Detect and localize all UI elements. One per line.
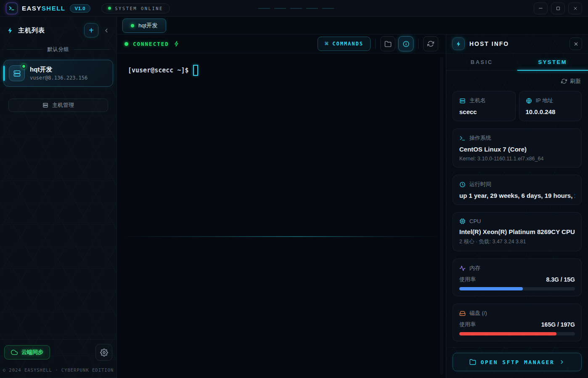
globe-icon: [526, 98, 532, 104]
terminal-scrollbar[interactable]: [440, 57, 443, 375]
terminal-logo-icon: [8, 5, 15, 12]
commands-label: COMMANDS: [332, 41, 363, 47]
brand-title: EASYSHELL: [22, 5, 66, 12]
cloud-sync-label: 云端同步: [21, 349, 43, 356]
collapse-sidebar-button[interactable]: [103, 27, 110, 34]
hard-drive-icon: [459, 310, 466, 317]
info-icon: [403, 40, 410, 48]
terminal-scanline-decor: [117, 236, 446, 237]
tab-status-dot: [131, 24, 134, 27]
sftp-files-button[interactable]: [380, 36, 395, 51]
hostname-card: 主机名 scecc: [453, 91, 516, 121]
host-info-button[interactable]: [398, 36, 413, 51]
connection-status: CONNECTED: [124, 41, 180, 47]
titlebar-decor-dashes: [258, 8, 334, 9]
kernel-value: Kernel: 3.10.0-1160.11.1.el7.x86_64: [459, 156, 575, 162]
server-icon: [459, 98, 466, 104]
host-info-title: HOST INFO: [469, 40, 509, 47]
tab-basic[interactable]: BASIC: [446, 53, 517, 70]
host-info-header: HOST INFO: [446, 35, 588, 53]
uptime-label: 运行时间: [469, 181, 491, 188]
online-status-label: SYSTEM ONLINE: [115, 6, 163, 11]
group-divider: 默认分组: [7, 46, 110, 53]
terminal-tab[interactable]: hqt开发: [122, 19, 166, 33]
titlebar: EASYSHELL V1.0 SYSTEM ONLINE: [0, 0, 588, 17]
toolbar-separator: [375, 39, 376, 49]
memory-label: 内存: [469, 264, 480, 272]
chevron-right-icon: [559, 359, 565, 365]
terminal-cursor: [193, 65, 198, 76]
os-card: 操作系统 CentOS Linux 7 (Core) Kernel: 3.10.…: [453, 128, 582, 168]
cloud-icon: [11, 349, 18, 356]
terminal[interactable]: [vuser@scecc ~]$: [117, 53, 446, 378]
host-list-title: 主机列表: [18, 27, 45, 35]
tab-label: hqt开发: [138, 22, 158, 29]
host-account: vuser@8.136.223.156: [30, 75, 87, 81]
tab-system[interactable]: SYSTEM: [517, 53, 588, 70]
host-item-text: hqt开发 vuser@8.136.223.156: [30, 66, 87, 81]
ip-card: IP 地址 10.0.0.248: [519, 91, 582, 121]
host-server-icon: [9, 65, 25, 81]
host-list-item[interactable]: hqt开发 vuser@8.136.223.156: [3, 60, 113, 87]
gear-icon: [100, 349, 108, 357]
sidebar-bottom-bar: 云端同步: [0, 339, 117, 361]
connected-dot: [124, 42, 128, 46]
close-icon: [573, 6, 578, 11]
toolbar-separator: [418, 39, 418, 49]
memory-usage-label: 使用率: [459, 276, 476, 283]
os-label: 操作系统: [469, 134, 491, 142]
disk-label: 磁盘 (/): [469, 309, 487, 317]
host-info-footer: OPEN SFTP MANAGER: [446, 347, 588, 378]
online-status-dot: [108, 7, 111, 10]
hostname-value: scecc: [459, 108, 509, 115]
host-name: hqt开发: [30, 66, 87, 74]
reconnect-button[interactable]: [423, 36, 438, 51]
add-host-button[interactable]: +: [84, 23, 98, 37]
terminal-prompt-line: [vuser@scecc ~]$: [117, 53, 446, 76]
window-controls: [534, 3, 582, 14]
version-badge: V1.0: [70, 4, 91, 13]
bolt-icon: [7, 27, 14, 34]
copyright: © 2024 EASYSHELL · CYBERPUNK EDITION: [0, 361, 117, 378]
memory-card: 内存 使用率 8.3G / 15G: [453, 258, 582, 296]
settings-button[interactable]: [95, 344, 112, 361]
refresh-icon: [427, 40, 434, 47]
tab-strip: hqt开发: [117, 17, 588, 35]
host-manage-button[interactable]: 主机管理: [8, 98, 108, 112]
terminal-statusbar: CONNECTED ⌘ COMMANDS: [117, 35, 446, 53]
cpu-card: CPU Intel(R) Xeon(R) Platinum 8269CY CPU…: [453, 212, 582, 251]
open-sftp-button[interactable]: OPEN SFTP MANAGER: [453, 353, 582, 371]
window-maximize-button[interactable]: [551, 3, 565, 14]
cloud-sync-button[interactable]: 云端同步: [4, 345, 50, 359]
bolt-icon: [174, 41, 180, 47]
refresh-icon: [561, 78, 567, 84]
hostname-label: 主机名: [469, 97, 486, 104]
disk-card: 磁盘 (/) 使用率 165G / 197G: [453, 303, 582, 341]
disk-usage-value: 165G / 197G: [541, 321, 575, 328]
memory-progress-track: [459, 287, 575, 290]
minimize-icon: [538, 5, 543, 11]
disk-progress-fill: [459, 332, 556, 335]
plus-icon: +: [89, 26, 94, 35]
os-value: CentOS Linux 7 (Core): [459, 146, 575, 153]
clock-icon: [459, 181, 466, 188]
refresh-link[interactable]: 刷新: [561, 77, 581, 85]
commands-button[interactable]: ⌘ COMMANDS: [318, 37, 371, 51]
folder-icon: [384, 40, 392, 48]
window-close-button[interactable]: [568, 3, 582, 14]
host-list-sidebar: 主机列表 + 默认分组 hqt开发 vuser@8.136.223.156: [0, 17, 117, 378]
chevron-left-icon: [103, 27, 110, 34]
close-icon: [573, 41, 579, 47]
host-info-tabs: BASIC SYSTEM: [446, 53, 588, 71]
close-panel-button[interactable]: [569, 37, 582, 50]
window-minimize-button[interactable]: [534, 3, 548, 14]
cpu-icon: [459, 218, 466, 224]
cpu-detail: 2 核心 · 负载: 3.47 3.24 3.81: [459, 238, 575, 245]
disk-usage-label: 使用率: [459, 321, 476, 328]
activity-icon: [459, 265, 466, 272]
uptime-value: up 1 year, 29 weeks, 6 days, 19 hours, 1…: [459, 192, 575, 199]
sidebar-header: 主机列表 +: [0, 17, 117, 43]
cpu-value: Intel(R) Xeon(R) Platinum 8269CY CPU ...: [459, 228, 575, 235]
app-logo: [6, 3, 18, 14]
host-manage-label: 主机管理: [52, 101, 74, 109]
